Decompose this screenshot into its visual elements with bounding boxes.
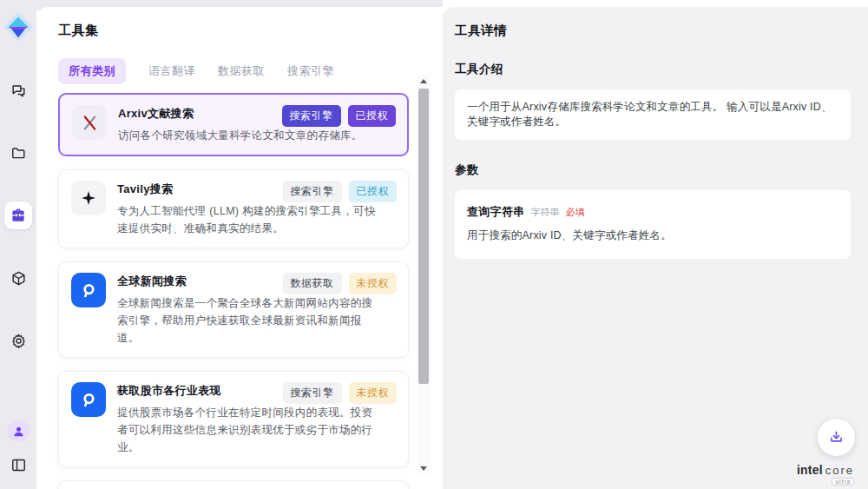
gear-icon: [10, 333, 27, 349]
chat-icon: [10, 83, 27, 99]
tool-badges: 数据获取 未授权: [283, 273, 398, 294]
app-window: 工具集 所有类别语言翻译数据获取搜索引擎 Arxiv文献搜索 访问各个研究领域大…: [0, 0, 868, 489]
juhe-data-logo-icon: [71, 273, 106, 307]
auth-badge: 已授权: [349, 181, 398, 202]
category-badge: 搜索引擎: [283, 382, 342, 404]
sidebar-item-chat[interactable]: [4, 76, 32, 104]
tool-card[interactable]: Arxiv文献搜索 访问各个研究领域大量科学论文和文章的存储库。 搜索引擎 已授…: [58, 93, 409, 156]
tools-panel: 工具集 所有类别语言翻译数据获取搜索引擎 Arxiv文献搜索 访问各个研究领域大…: [36, 7, 443, 489]
auth-badge: 未授权: [349, 382, 398, 404]
rail-nav: [4, 76, 32, 354]
tool-badges: 搜索引擎 已授权: [282, 105, 397, 127]
category-badge: 搜索引擎: [282, 105, 341, 127]
auth-badge: 未授权: [349, 273, 398, 294]
param-desc: 用于搜索的Arxiv ID、关键字或作者姓名。: [467, 228, 838, 243]
detail-panel: 工具详情 工具介绍 一个用于从Arxiv存储库搜索科学论文和文章的工具。 输入可…: [443, 7, 868, 489]
tab-所有类别[interactable]: 所有类别: [58, 58, 126, 84]
intro-heading: 工具介绍: [455, 62, 851, 77]
intel-wordmark: intel: [797, 463, 823, 477]
sidebar-item-toolbox[interactable]: [4, 202, 32, 229]
tab-语言翻译[interactable]: 语言翻译: [148, 58, 195, 84]
tool-desc: 专为人工智能代理 (LLM) 构建的搜索引擎工具，可快速提供实时、准确和真实的结…: [117, 202, 379, 237]
cube-icon: [10, 270, 27, 287]
arxiv-logo-icon: [72, 105, 107, 140]
tools-panel-title: 工具集: [58, 23, 443, 39]
category-badge: 数据获取: [283, 273, 342, 294]
sidebar-item-cube[interactable]: [4, 264, 32, 292]
ultra-chip-label: ultra: [832, 478, 854, 486]
tool-card[interactable]: 全球新闻搜索 全球新闻搜索是一个聚合全球各大新闻网站内容的搜索引擎，帮助用户快速…: [58, 261, 409, 358]
param-card: 查询字符串 字符串 必填 用于搜索的Arxiv ID、关键字或作者姓名。: [455, 190, 851, 259]
tool-list: Arxiv文献搜索 访问各个研究领域大量科学论文和文章的存储库。 搜索引擎 已授…: [58, 93, 409, 489]
tool-desc: 全球新闻搜索是一个聚合全球各大新闻网站内容的搜索引擎，帮助用户快速获取全球最新资…: [117, 294, 379, 347]
scrollbar-up-arrow-icon[interactable]: [418, 75, 430, 87]
detail-panel-title: 工具详情: [455, 23, 851, 39]
scrollbar-down-arrow-icon[interactable]: [418, 462, 430, 474]
sidebar-item-settings[interactable]: [4, 327, 32, 354]
intel-core-logo: intel core ultra: [797, 463, 854, 486]
param-type: 字符串: [531, 206, 560, 219]
param-name: 查询字符串: [467, 204, 525, 220]
tool-desc: 访问各个研究领域大量科学论文和文章的存储库。: [118, 127, 380, 144]
tool-card[interactable]: Tavily搜索 专为人工智能代理 (LLM) 构建的搜索引擎工具，可快速提供实…: [58, 169, 409, 248]
icon-rail: [0, 0, 36, 489]
core-wordmark: core: [825, 464, 854, 477]
rail-bottom: [0, 420, 36, 479]
auth-badge: 已授权: [348, 105, 397, 127]
tool-badges: 搜索引擎 已授权: [283, 181, 398, 202]
tool-badges: 搜索引擎 未授权: [283, 382, 398, 404]
folder-icon: [10, 145, 27, 162]
sparkle-star-icon: [71, 181, 106, 215]
tab-搜索引擎[interactable]: 搜索引擎: [287, 58, 334, 84]
sidebar-item-folder[interactable]: [4, 139, 32, 167]
param-required-badge: 必填: [566, 206, 585, 219]
juhe-data-logo-icon: [71, 382, 106, 417]
tool-card[interactable]: 获取股市各行业表现 提供股票市场各个行业在特定时间段内的表现。投资者可以利用这些…: [58, 371, 409, 467]
download-button[interactable]: [818, 419, 855, 456]
scrollbar-thumb[interactable]: [418, 89, 429, 384]
toolbox-icon: [10, 207, 27, 224]
download-icon: [828, 429, 845, 446]
user-icon[interactable]: [7, 420, 30, 442]
category-badge: 搜索引擎: [283, 181, 342, 202]
intro-text: 一个用于从Arxiv存储库搜索科学论文和文章的工具。 输入可以是Arxiv ID…: [455, 89, 851, 140]
tab-数据获取[interactable]: 数据获取: [218, 58, 265, 84]
category-tabs: 所有类别语言翻译数据获取搜索引擎: [58, 58, 443, 84]
panel-layout-icon[interactable]: [4, 451, 32, 479]
list-scrollbar[interactable]: [418, 75, 430, 474]
tool-desc: 提供股票市场各个行业在特定时间段内的表现。投资者可以利用这些信息来识别表现优于或…: [117, 404, 379, 456]
tool-card[interactable]: 获取市场最活跃股票信息 提供当天交易量最高的股票列表，投资者可以利用这些信息来识…: [58, 480, 409, 489]
params-heading: 参数: [455, 162, 851, 178]
app-logo-icon[interactable]: [2, 10, 35, 43]
